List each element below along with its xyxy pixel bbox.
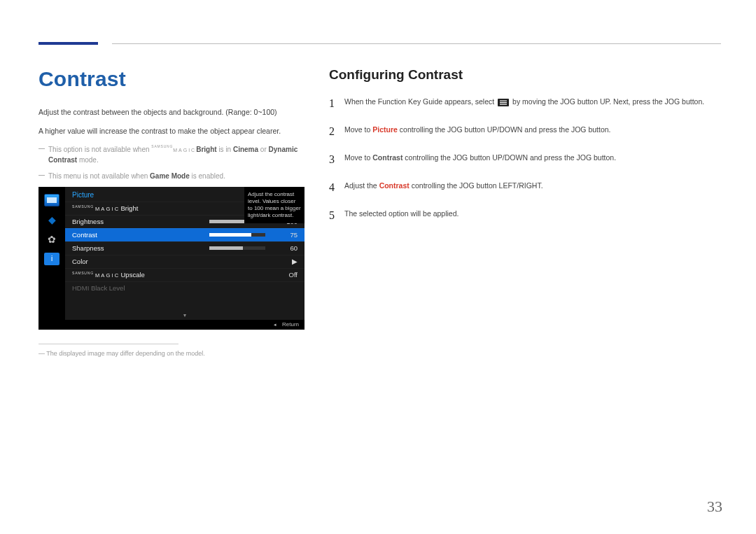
header-divider	[112, 43, 721, 44]
settings-tab-icon: ✿	[44, 233, 59, 246]
osd-panel: Picture SAMSUNGMAGICBright Custom Bright…	[65, 187, 304, 320]
step-1-text-b: by moving the JOG button UP. Next, press…	[510, 97, 704, 106]
osd-upscale-val: Off	[270, 271, 298, 279]
step-2-picture: Picture	[372, 125, 398, 134]
manual-page: Contrast Adjust the contrast between the…	[0, 0, 756, 534]
page-header-rule	[38, 28, 721, 48]
note-1-bright: Bright	[196, 146, 216, 153]
picture-tab-icon	[44, 194, 59, 206]
step-3-contrast: Contrast	[372, 153, 402, 162]
step-1-number: 1	[329, 95, 344, 112]
svg-rect-3	[500, 104, 507, 104]
step-1: 1 When the Function Key Guide appears, s…	[329, 95, 721, 112]
note-2-text-a: This menu is not available when	[48, 172, 150, 180]
osd-sharpness-label: Sharpness	[72, 244, 205, 252]
osd-samsung-2: SAMSUNG	[72, 271, 94, 275]
step-2-number: 2	[329, 123, 344, 140]
section-title: Contrast	[38, 67, 304, 91]
left-column: Contrast Adjust the contrast between the…	[38, 67, 304, 357]
note-2-text-c: is enabled.	[190, 172, 225, 180]
osd-row-hdmi: HDMI Black Level	[65, 281, 304, 295]
note-1-magic: MAGIC	[173, 148, 196, 153]
osd-back-icon: ◂	[274, 322, 276, 328]
right-column: Configuring Contrast 1 When the Function…	[329, 67, 721, 357]
step-4-text-c: controlling the JOG button LEFT/RIGHT.	[410, 181, 543, 190]
figure-footnote-text: The displayed image may differ depending…	[46, 350, 204, 357]
osd-tooltip: Adjust the contrast level. Values closer…	[244, 187, 304, 223]
options-tab-icon: ◆	[44, 213, 59, 226]
osd-samsung-1: SAMSUNG	[72, 204, 94, 209]
osd-contrast-label: Contrast	[72, 231, 205, 239]
note-1: This option is not available when SAMSUN…	[38, 144, 304, 165]
step-5-number: 5	[329, 207, 344, 224]
svg-rect-2	[500, 102, 507, 103]
osd-bright-label: Bright	[120, 204, 138, 212]
header-accent	[38, 42, 98, 45]
note-1-samsung: SAMSUNG	[151, 144, 173, 148]
osd-color-val: ▶	[270, 258, 298, 265]
step-2: 2 Move to Picture controlling the JOG bu…	[329, 123, 721, 140]
info-tab-icon: i	[44, 253, 59, 265]
step-3: 3 Move to Contrast controlling the JOG b…	[329, 151, 721, 168]
step-2-text-c: controlling the JOG button UP/DOWN and p…	[398, 125, 611, 134]
osd-scroll-down-icon: ▾	[183, 312, 186, 318]
osd-sidebar: ◆ ✿ i	[38, 187, 65, 320]
osd-magic-2: MAGIC	[95, 272, 120, 279]
osd-sharpness-bar	[209, 246, 265, 250]
intro-paragraph-1: Adjust the contrast between the objects …	[38, 106, 304, 118]
step-4-number: 4	[329, 179, 344, 196]
step-4-text-a: Adjust the	[344, 181, 379, 190]
step-4-text: Adjust the Contrast controlling the JOG …	[344, 179, 721, 196]
osd-row-upscale: SAMSUNGMAGICUpscale Off	[65, 268, 304, 281]
step-5-text: The selected option will be applied.	[344, 207, 721, 224]
step-1-text: When the Function Key Guide appears, sel…	[344, 95, 721, 112]
osd-screenshot: ◆ ✿ i Picture SAMSUNGMAGICBright Custom …	[38, 187, 304, 330]
two-column-layout: Contrast Adjust the contrast between the…	[38, 67, 721, 357]
note-1-cinema: Cinema	[233, 146, 258, 153]
footnote-rule	[38, 344, 178, 344]
osd-footer: ◂ Return	[38, 320, 304, 330]
page-number: 33	[707, 498, 722, 516]
step-3-text: Move to Contrast controlling the JOG but…	[344, 151, 721, 168]
svg-rect-1	[500, 100, 507, 101]
osd-color-label: Color	[72, 258, 270, 265]
osd-body: ◆ ✿ i Picture SAMSUNGMAGICBright Custom …	[38, 187, 304, 320]
note-1-text-e: or	[258, 146, 268, 153]
step-3-text-a: Move to	[344, 153, 372, 162]
step-4-contrast: Contrast	[379, 181, 410, 190]
subsection-title: Configuring Contrast	[329, 67, 721, 83]
osd-sharpness-val: 60	[270, 244, 298, 252]
osd-brightness-label: Brightness	[72, 218, 205, 225]
osd-hdmi-label: HDMI Black Level	[72, 284, 270, 292]
step-3-text-c: controlling the JOG button UP/DOWN and p…	[402, 153, 616, 162]
osd-row-contrast: Contrast 75	[65, 228, 304, 241]
note-1-text-a: This option is not available when	[48, 146, 151, 153]
note-1-text-g: mode.	[77, 156, 99, 164]
osd-row-sharpness: Sharpness 60	[65, 241, 304, 255]
step-2-text: Move to Picture controlling the JOG butt…	[344, 123, 721, 140]
osd-magic-1: MAGIC	[95, 206, 120, 212]
step-3-number: 3	[329, 151, 344, 168]
figure-footnote: ― The displayed image may differ dependi…	[38, 350, 304, 357]
step-4: 4 Adjust the Contrast controlling the JO…	[329, 179, 721, 196]
note-1-text-c: is in	[217, 146, 233, 153]
osd-contrast-bar	[209, 233, 265, 237]
intro-paragraph-2: A higher value will increase the contras…	[38, 125, 304, 137]
osd-row-color: Color ▶	[65, 255, 304, 268]
step-1-text-a: When the Function Key Guide appears, sel…	[344, 97, 496, 106]
step-2-text-a: Move to	[344, 125, 372, 134]
osd-contrast-val: 75	[270, 231, 298, 239]
note-2-gamemode: Game Mode	[150, 172, 190, 180]
step-5: 5 The selected option will be applied.	[329, 207, 721, 224]
osd-return-label: Return	[282, 321, 299, 328]
menu-icon	[498, 99, 509, 106]
note-2: This menu is not available when Game Mod…	[38, 171, 304, 181]
osd-upscale-label: Upscale	[120, 271, 144, 279]
